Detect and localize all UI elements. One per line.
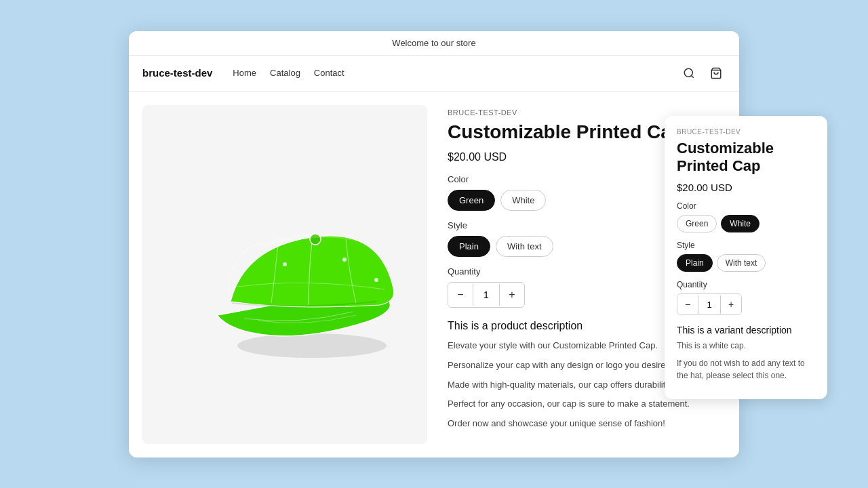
popup-price: $20.00 USD	[677, 182, 815, 193]
popup-color-label: Color	[677, 201, 815, 211]
popup-vendor: BRUCE-TEST-DEV	[677, 128, 815, 136]
svg-point-7	[374, 278, 378, 282]
popup-color-options: Green White	[677, 215, 815, 232]
main-content: BRUCE-TEST-DEV Customizable Printed Cap …	[129, 92, 739, 458]
popup-style-plain-button[interactable]: Plain	[677, 254, 713, 272]
quantity-increase-button[interactable]: +	[500, 283, 524, 307]
announcement-bar: Welcome to our store	[129, 31, 739, 56]
color-white-button[interactable]: White	[500, 190, 546, 211]
popup-style-options: Plain With text	[677, 254, 815, 272]
nav-catalog[interactable]: Catalog	[270, 68, 300, 78]
style-plain-button[interactable]: Plain	[448, 236, 490, 257]
popup-style-label: Style	[677, 241, 815, 250]
popup-style-withtext-button[interactable]: With text	[717, 254, 766, 272]
brand-name: bruce-test-dev	[142, 67, 212, 79]
svg-point-5	[283, 262, 287, 266]
popup-variant-title: This is a variant description	[677, 325, 815, 336]
nav-home[interactable]: Home	[233, 68, 256, 78]
popup-quantity-decrease-button[interactable]: −	[677, 294, 698, 314]
variant-popup: BRUCE-TEST-DEV Customizable Printed Cap …	[665, 116, 827, 400]
svg-point-0	[684, 68, 692, 77]
quantity-value: 1	[473, 284, 500, 306]
product-image-container	[142, 105, 427, 444]
color-green-button[interactable]: Green	[448, 190, 495, 211]
search-icon	[683, 67, 695, 79]
product-desc-4: Perfect for any occasion, our cap is sur…	[448, 397, 726, 411]
product-desc-5: Order now and showcase your unique sense…	[448, 417, 726, 431]
popup-quantity-label: Quantity	[677, 280, 815, 289]
cart-button[interactable]	[707, 64, 726, 83]
popup-quantity-value: 1	[698, 296, 721, 314]
quantity-decrease-button[interactable]: −	[448, 283, 473, 307]
nav: Home Catalog Contact	[233, 68, 679, 78]
popup-color-green-button[interactable]: Green	[677, 215, 717, 232]
svg-point-3	[237, 333, 387, 358]
cart-icon	[710, 67, 722, 79]
announcement-text: Welcome to our store	[392, 38, 475, 48]
svg-point-6	[342, 258, 347, 262]
style-withtext-button[interactable]: With text	[496, 236, 553, 257]
popup-color-white-button[interactable]: White	[721, 215, 760, 232]
svg-line-1	[691, 75, 693, 77]
popup-variant-desc-1: This is a white cap.	[677, 340, 815, 352]
popup-quantity-increase-button[interactable]: +	[721, 294, 741, 314]
product-image	[176, 186, 393, 363]
nav-contact[interactable]: Contact	[314, 68, 344, 78]
search-button[interactable]	[679, 64, 698, 83]
quantity-control: − 1 +	[448, 282, 525, 308]
header-icons	[679, 64, 726, 83]
browser-window: Welcome to our store bruce-test-dev Home…	[129, 31, 739, 458]
popup-title: Customizable Printed Cap	[677, 140, 815, 176]
popup-variant-desc-2: If you do not wish to add any text to th…	[677, 357, 815, 382]
header: bruce-test-dev Home Catalog Contact	[129, 56, 739, 92]
popup-quantity-control: − 1 +	[677, 293, 742, 315]
vendor-label: BRUCE-TEST-DEV	[448, 108, 726, 117]
